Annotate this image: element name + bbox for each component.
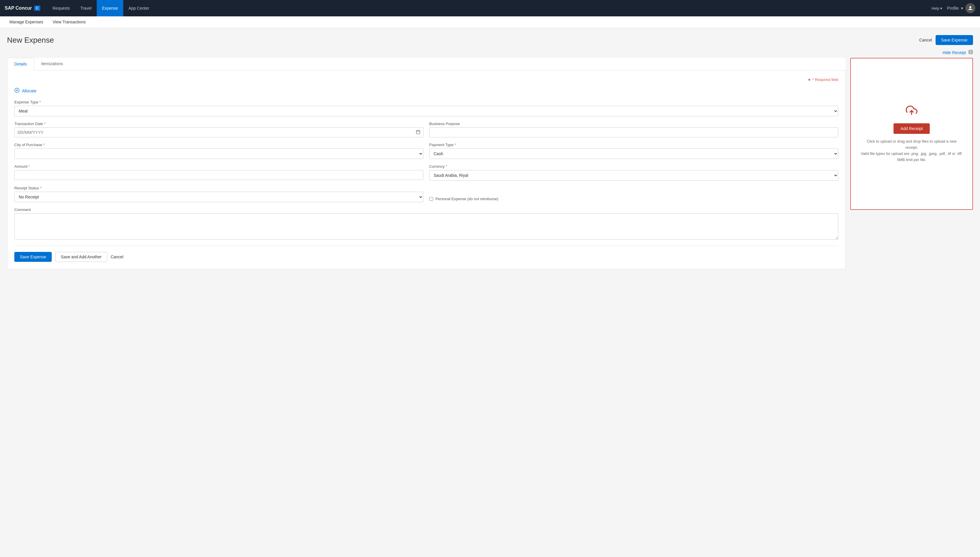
receipt-icon [968, 50, 973, 55]
main-layout: Details Itemizations ★ * Required field … [7, 58, 973, 269]
nav-item-app-center[interactable]: App Center [123, 0, 154, 16]
page-title: New Expense [7, 36, 54, 45]
receipt-panel: Add Receipt Click to upload or drag and … [850, 58, 973, 210]
allocate-row[interactable]: Allocate [14, 88, 838, 94]
city-of-purchase-label: City of Purchase * [14, 143, 423, 147]
currency-label: Currency * [429, 164, 838, 169]
receipt-personal-row: Receipt Status * No Receipt Receipt Atta… [14, 186, 838, 202]
sub-navigation: Manage Expenses View Transactions [0, 16, 980, 28]
transaction-date-input[interactable] [14, 127, 423, 137]
amount-currency-row: Amount * Currency * Saudi Arabia, Riyal … [14, 164, 838, 181]
business-purpose-label: Business Purpose [429, 122, 838, 126]
required-notice: ★ * Required field [14, 77, 838, 82]
nav-item-expense[interactable]: Expense [97, 0, 123, 16]
brand-box: C [34, 6, 40, 11]
allocate-label: Allocate [22, 88, 37, 93]
personal-expense-checkbox[interactable] [429, 197, 433, 201]
upload-instructions: Click to upload or drag and drop files t… [860, 138, 963, 163]
payment-type-label: Payment Type * [429, 143, 838, 147]
payment-type-group: Payment Type * Cash Credit Card Personal… [429, 143, 838, 159]
avatar [965, 3, 975, 13]
save-expense-button[interactable]: Save Expense [14, 252, 52, 262]
comment-group: Comment [14, 207, 838, 241]
required-star: ★ [808, 77, 812, 82]
page-header-actions: Cancel Save Expense [919, 35, 973, 45]
nav-item-travel[interactable]: Travel [75, 0, 97, 16]
top-navigation: SAP Concur C Requests Travel Expense App… [0, 0, 980, 16]
hide-receipt-link[interactable]: Hide Receipt [943, 50, 966, 55]
amount-label: Amount * [14, 164, 423, 169]
personal-expense-checkbox-row: Personal Expense (do not reimburse) [429, 197, 498, 201]
form-actions: Save Expense Save and Add Another Cancel [14, 246, 838, 262]
profile-area[interactable]: Profile ▾ [947, 3, 975, 13]
add-receipt-button[interactable]: Add Receipt [894, 123, 930, 134]
svg-rect-7 [416, 130, 420, 134]
save-and-add-another-button[interactable]: Save and Add Another [55, 252, 107, 262]
brand-name: SAP Concur [5, 6, 32, 11]
personal-expense-label[interactable]: Personal Expense (do not reimburse) [436, 197, 498, 201]
help-link[interactable]: Help ▾ [931, 6, 942, 11]
expense-type-label: Expense Type * [14, 100, 838, 104]
sub-nav-manage-expenses[interactable]: Manage Expenses [5, 16, 48, 28]
sub-nav-view-transactions[interactable]: View Transactions [48, 16, 90, 28]
svg-rect-1 [969, 50, 972, 54]
personal-expense-group: Personal Expense (do not reimburse) [429, 186, 838, 202]
transaction-date-label: Transaction Date * [14, 122, 423, 126]
page-content: New Expense Cancel Save Expense Hide Rec… [0, 28, 980, 557]
receipt-status-group: Receipt Status * No Receipt Receipt Atta… [14, 186, 423, 202]
city-payment-row: City of Purchase * Payment Type * [14, 143, 838, 159]
comment-textarea[interactable] [14, 213, 838, 239]
header-save-expense-button[interactable]: Save Expense [936, 35, 973, 45]
tabs: Details Itemizations [7, 58, 845, 70]
comment-label: Comment [14, 207, 838, 212]
nav-item-requests[interactable]: Requests [47, 0, 75, 16]
expense-type-group: Expense Type * Meal Hotel Air/Taxi/Train… [14, 100, 838, 116]
receipt-upload-area[interactable]: Add Receipt Click to upload or drag and … [850, 58, 973, 210]
date-purpose-row: Transaction Date * Business Purpose [14, 122, 838, 137]
nav-left: SAP Concur C Requests Travel Expense App… [5, 0, 154, 16]
amount-group: Amount * [14, 164, 423, 181]
calendar-icon[interactable] [416, 130, 421, 135]
page-header: New Expense Cancel Save Expense [7, 35, 973, 45]
form-panel: ★ * Required field Allocate Expense Type… [7, 70, 845, 269]
receipt-status-label: Receipt Status * [14, 186, 423, 190]
tab-itemizations[interactable]: Itemizations [34, 58, 70, 70]
profile-label: Profile [947, 6, 959, 11]
header-cancel-button[interactable]: Cancel [919, 38, 932, 42]
hide-receipt-bar: Hide Receipt [7, 50, 973, 55]
upload-icon [906, 104, 917, 119]
city-of-purchase-group: City of Purchase * [14, 143, 423, 159]
svg-point-0 [969, 6, 972, 8]
business-purpose-group: Business Purpose [429, 122, 838, 137]
nav-right: Help ▾ Profile ▾ [931, 3, 975, 13]
currency-group: Currency * Saudi Arabia, Riyal USD EUR G… [429, 164, 838, 181]
currency-select[interactable]: Saudi Arabia, Riyal USD EUR GBP [429, 170, 838, 181]
tab-details[interactable]: Details [7, 58, 34, 70]
brand-logo[interactable]: SAP Concur C [5, 6, 47, 11]
date-input-wrapper [14, 127, 423, 137]
amount-input[interactable] [14, 170, 423, 180]
receipt-status-select[interactable]: No Receipt Receipt Attached Receipt Not … [14, 192, 423, 202]
city-of-purchase-select[interactable] [14, 148, 423, 159]
business-purpose-input[interactable] [429, 127, 838, 137]
profile-chevron: ▾ [961, 6, 963, 11]
expense-type-select[interactable]: Meal Hotel Air/Taxi/Train Business Meals… [14, 106, 838, 116]
payment-type-select[interactable]: Cash Credit Card Personal Credit Card [429, 148, 838, 159]
form-section: Details Itemizations ★ * Required field … [7, 58, 845, 269]
allocate-icon [14, 88, 20, 94]
cancel-button[interactable]: Cancel [111, 254, 124, 259]
transaction-date-group: Transaction Date * [14, 122, 423, 137]
